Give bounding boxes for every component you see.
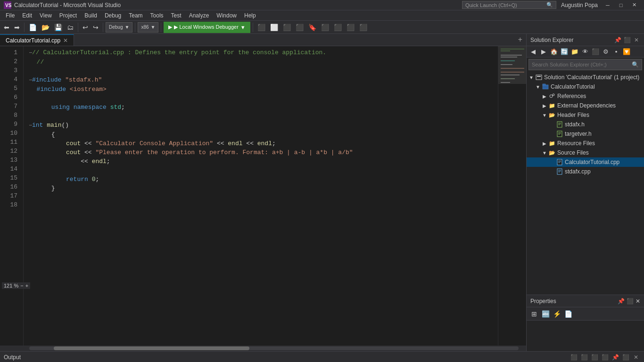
scroll-thumb[interactable] — [54, 346, 249, 350]
source-files-icon: 📂 — [548, 149, 556, 156]
se-forward-btn[interactable]: ▶ — [539, 47, 548, 57]
toolbar-btn-7[interactable]: ⬛ — [357, 22, 369, 33]
se-preview-btn[interactable]: ▪ — [611, 47, 621, 57]
tab-close-icon[interactable]: ✕ — [63, 37, 68, 44]
prop-events-btn[interactable]: ⚡ — [552, 309, 561, 319]
prop-categorized-btn[interactable]: ⊞ — [529, 309, 539, 319]
tree-item-targetver-h[interactable]: targetver.h — [527, 129, 644, 139]
se-show-all-btn[interactable]: 👁 — [580, 47, 590, 57]
properties-title: Properties — [530, 298, 556, 304]
expander-resource-files[interactable]: ▶ — [541, 141, 548, 146]
output-clear-btn[interactable]: ⬛ — [570, 353, 578, 362]
menu-team[interactable]: Team — [125, 10, 146, 21]
toolbar-btn-4[interactable]: ⬛ — [319, 22, 331, 33]
menu-window[interactable]: Window — [213, 10, 240, 21]
save-all-button[interactable]: 🗂 — [65, 22, 75, 33]
se-home-btn[interactable]: 🏠 — [549, 47, 559, 57]
zoom-decrease-btn[interactable]: − — [20, 283, 23, 288]
float-button[interactable]: ⬛ — [623, 36, 631, 44]
prop-pages-btn[interactable]: 📄 — [563, 309, 573, 319]
expander-references[interactable]: ▶ — [541, 94, 548, 99]
toolbar-btn-1[interactable]: ⬜ — [268, 22, 280, 33]
menu-help[interactable]: Help — [240, 10, 260, 21]
horizontal-scrollbar[interactable] — [0, 346, 526, 351]
output-close-btn[interactable]: ✕ — [632, 353, 640, 362]
prop-pin-button[interactable]: 📌 — [618, 298, 625, 304]
svg-rect-14 — [537, 76, 541, 77]
tree-item-resource-files[interactable]: ▶ 📁 Resource Files — [527, 139, 644, 148]
menu-view[interactable]: View — [36, 10, 56, 21]
toolbar-btn-2[interactable]: ⬛ — [281, 22, 293, 33]
output-float-btn[interactable]: ⬛ — [621, 353, 630, 362]
platform-arrow: ▼ — [151, 25, 156, 30]
pin-button[interactable]: 📌 — [614, 36, 621, 44]
run-debugger-button[interactable]: ▶ ▶ Local Windows Debugger ▼ — [164, 22, 250, 33]
prop-close-button[interactable]: ✕ — [636, 298, 640, 304]
back-button[interactable]: ⬅ — [2, 22, 11, 33]
zoom-increase-btn[interactable]: + — [25, 283, 28, 288]
tree-item-references[interactable]: ▶ References — [527, 91, 644, 101]
menu-analyze[interactable]: Analyze — [185, 10, 213, 21]
maximize-button[interactable]: □ — [615, 0, 627, 10]
tree-item-external-deps[interactable]: ▶ 📁 External Dependencies — [527, 101, 644, 110]
breakpoints-button[interactable]: ⬛ — [256, 22, 267, 33]
tree-item-stdafx-cpp[interactable]: stdafx.cpp — [527, 167, 644, 176]
tab-calculator-tutorial-cpp[interactable]: CalculatorTutorial.cpp ✕ — [0, 34, 74, 46]
output-filter-btn[interactable]: ⬛ — [601, 353, 609, 362]
debug-config-dropdown[interactable]: Debug ▼ — [106, 22, 132, 33]
se-refresh-btn[interactable]: 🔄 — [560, 47, 569, 57]
output-pin-btn[interactable]: 📌 — [611, 353, 619, 362]
toolbar-btn-5[interactable]: ⬛ — [332, 22, 344, 33]
toolbar-separator-4 — [135, 23, 135, 32]
menu-edit[interactable]: Edit — [18, 10, 36, 21]
se-collapse-btn[interactable]: ⬛ — [591, 47, 600, 57]
output-wrap-btn[interactable]: ⬛ — [580, 353, 588, 362]
expander-solution[interactable]: ▼ — [528, 75, 535, 80]
platform-dropdown[interactable]: x86 ▼ — [138, 22, 158, 33]
bookmark-button[interactable]: 🔖 — [306, 22, 318, 33]
code-content[interactable]: 12345 678910 1112131415 161718 ─// Calcu… — [0, 46, 526, 346]
tree-item-source-files[interactable]: ▼ 📂 Source Files — [527, 148, 644, 157]
toolbar-btn-6[interactable]: ⬛ — [345, 22, 356, 33]
user-name: Augustin Popa — [561, 2, 598, 8]
tree-item-calculator-cpp[interactable]: CalculatorTutorial.cpp — [527, 157, 644, 167]
se-search-input[interactable] — [532, 62, 630, 67]
redo-button[interactable]: ↪ — [91, 22, 100, 33]
expander-header-files[interactable]: ▼ — [541, 113, 548, 118]
menu-test[interactable]: Test — [167, 10, 185, 21]
se-properties-btn[interactable]: ⚙ — [601, 47, 611, 57]
forward-button[interactable]: ➡ — [12, 22, 22, 33]
menu-tools[interactable]: Tools — [147, 10, 167, 21]
undo-button[interactable]: ↩ — [81, 22, 90, 33]
new-project-button[interactable]: 📄 — [27, 22, 39, 33]
output-find-btn[interactable]: ⬛ — [590, 353, 599, 362]
code-editor[interactable]: ─// CalculatorTutorial.cpp : Defines the… — [24, 46, 498, 346]
menu-debug[interactable]: Debug — [101, 10, 125, 21]
se-back-btn[interactable]: ◀ — [528, 47, 538, 57]
toolbar-btn-3[interactable]: ⬛ — [294, 22, 305, 33]
save-button[interactable]: 💾 — [52, 22, 64, 33]
prop-alpha-btn[interactable]: 🔤 — [541, 309, 550, 319]
se-search-box[interactable]: 🔍 — [528, 59, 642, 70]
new-tab-button[interactable]: + — [514, 34, 526, 46]
expander-source-files[interactable]: ▼ — [541, 150, 548, 156]
tree-item-stdafx-h[interactable]: stdafx.h — [527, 120, 644, 129]
tree-item-header-files[interactable]: ▼ 📂 Header Files — [527, 110, 644, 120]
se-filter-btn[interactable]: 🔽 — [622, 47, 631, 57]
se-new-folder-btn[interactable]: 📁 — [570, 47, 579, 57]
expander-external-deps[interactable]: ▶ — [541, 103, 548, 108]
tree-item-solution[interactable]: ▼ Solution 'CalculatorTutorial' (1 proje… — [527, 73, 644, 82]
open-button[interactable]: 📂 — [40, 22, 51, 33]
close-panel-button[interactable]: ✕ — [633, 36, 640, 44]
tree-item-project[interactable]: ▼ CalculatorTutorial — [527, 82, 644, 91]
prop-float-button[interactable]: ⬛ — [627, 298, 634, 304]
menu-file[interactable]: File — [2, 10, 18, 21]
expander-project[interactable]: ▼ — [534, 84, 542, 90]
close-button[interactable]: ✕ — [628, 0, 640, 10]
stdafx-cpp-label: stdafx.cpp — [565, 168, 591, 175]
toolbar-separator-1 — [24, 23, 25, 32]
minimize-button[interactable]: ─ — [602, 0, 614, 10]
menu-build[interactable]: Build — [81, 10, 101, 21]
quick-launch-search[interactable]: Quick Launch (Ctrl+Q) 🔍 — [462, 1, 556, 9]
menu-project[interactable]: Project — [56, 10, 81, 21]
